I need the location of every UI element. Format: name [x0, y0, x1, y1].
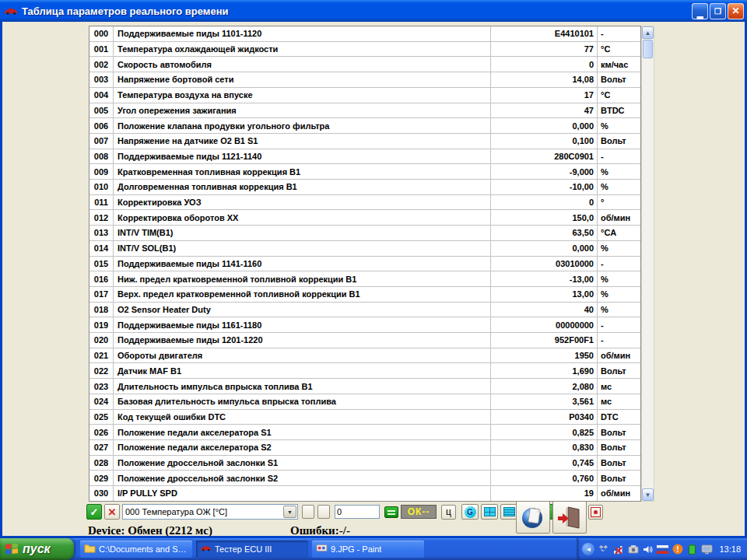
table-row[interactable]: 012Корректировка оборотов ХХ150,0об/мин: [89, 210, 640, 226]
table-row[interactable]: 007Напряжение на датчике O2 B1 S10,100Во…: [89, 134, 640, 149]
table-row[interactable]: 029Положение дроссельной заслонки S20,76…: [89, 471, 640, 486]
start-button[interactable]: пуск: [0, 538, 74, 560]
task-label: 9.JPG - Paint: [331, 544, 381, 554]
param-value-cell: 1,690: [490, 363, 597, 378]
minimize-button[interactable]: ▂: [692, 3, 708, 19]
param-id-cell: 029: [89, 471, 114, 485]
table-row[interactable]: 023Длительность импульса впрыска топлива…: [89, 379, 640, 394]
tray-chevron-icon[interactable]: ◄: [582, 543, 594, 555]
param-id-cell: 027: [89, 440, 114, 455]
table-row[interactable]: 005Угол опережения зажигания47BTDC: [89, 103, 640, 119]
param-id-cell: 002: [89, 57, 114, 72]
c-button[interactable]: ц: [441, 505, 456, 520]
table-row[interactable]: 030I/P PULLY SPD19об/мин: [89, 486, 640, 501]
param-value-cell: 0: [490, 57, 597, 72]
ecu-chip-icon[interactable]: [384, 506, 398, 518]
param-id-cell: 006: [89, 118, 114, 133]
cross-icon: ✕: [108, 506, 117, 518]
table-row[interactable]: 018O2 Sensor Heater Duty40%: [89, 303, 640, 318]
log-viewer-button[interactable]: [516, 501, 550, 534]
param-name-cell: INT/V TIM(B1): [114, 226, 490, 240]
param-id-cell: 028: [89, 456, 114, 471]
system-tray: ◄ ! 13:18: [577, 538, 747, 560]
value-input[interactable]: [335, 505, 380, 519]
table-row[interactable]: 022Датчик MAF B11,690Вольт: [89, 363, 640, 379]
graph-button[interactable]: G: [461, 504, 479, 520]
battery-icon[interactable]: [686, 544, 698, 555]
dropbox-icon[interactable]: [598, 544, 609, 555]
network-disabled-icon[interactable]: [612, 544, 624, 555]
param-id-cell: 005: [89, 103, 114, 118]
table-row[interactable]: 001Температура охлаждающей жидкости77°C: [89, 42, 640, 58]
scroll-down-arrow-icon[interactable]: ▼: [642, 488, 654, 501]
cancel-button[interactable]: ✕: [104, 504, 120, 520]
table-row[interactable]: 019Поддерживаемые пиды 1161-118000000000…: [89, 317, 640, 333]
title-bar[interactable]: Таблица параметров реального времени ▂ ❐…: [0, 0, 747, 22]
taskbar-task[interactable]: Тестер ECU III: [196, 541, 308, 558]
taskbar-task[interactable]: C:\Documents and Se...: [80, 541, 192, 558]
scrollbar-thumb[interactable]: [643, 40, 653, 58]
table-row[interactable]: 004Температура воздуха на впуске17°C: [89, 88, 640, 103]
param-unit-cell: Вольт: [597, 72, 640, 87]
table-row[interactable]: 028Положение дроссельной заслонки S10,74…: [89, 456, 640, 471]
scroll-up-arrow-icon[interactable]: ▲: [642, 26, 654, 39]
param-unit-cell: °: [597, 195, 640, 210]
record-button[interactable]: [588, 505, 603, 520]
param-name-cell: Поддерживаемые пиды 1121-1140: [114, 149, 490, 164]
table-row[interactable]: 010Долговременная топливная коррекция B1…: [89, 180, 640, 195]
car-icon: [200, 542, 212, 556]
param-name-cell: Корректировка УОЗ: [114, 195, 490, 210]
list-view-button[interactable]: [500, 504, 517, 520]
table-row[interactable]: 024Базовая длительность импульса впрыска…: [89, 394, 640, 410]
globe-document-icon: [520, 504, 546, 530]
volume-icon[interactable]: [642, 544, 654, 555]
restore-button[interactable]: ❐: [710, 3, 726, 19]
device-camera-icon[interactable]: [627, 544, 639, 555]
param-name-cell: Корректировка оборотов ХХ: [114, 210, 490, 225]
param-unit-cell: %: [597, 164, 640, 179]
table-row[interactable]: 006Положение клапана продувки угольного …: [89, 118, 640, 134]
taskbar-tasks: C:\Documents and Se...Тестер ECU III9.JP…: [74, 541, 577, 558]
blank-button-2[interactable]: [317, 505, 330, 519]
display-monitor-icon[interactable]: [701, 544, 713, 555]
table-row[interactable]: 002Скорость автомобиля0км/час: [89, 57, 640, 72]
taskbar-task[interactable]: 9.JPG - Paint: [312, 541, 424, 558]
chevron-down-icon[interactable]: ▼: [283, 506, 296, 518]
param-value-cell: 952F00F1: [490, 333, 597, 348]
param-value-cell: 03010000: [490, 257, 597, 271]
table-row[interactable]: 008Поддерживаемые пиды 1121-1140280C0901…: [89, 149, 640, 165]
param-id-cell: 001: [89, 42, 114, 57]
parameter-select[interactable]: 000 Температура ОЖ [°C] ▼: [122, 504, 298, 520]
param-name-cell: Поддерживаемые пиды 1101-1120: [114, 26, 490, 41]
exit-button[interactable]: [552, 501, 587, 534]
param-name-cell: Датчик MAF B1: [114, 363, 490, 378]
table-row[interactable]: 013INT/V TIM(B1)63,50°CA: [89, 226, 640, 241]
table-row[interactable]: 026Положение педали акселератора S10,825…: [89, 425, 640, 440]
alert-icon[interactable]: !: [672, 544, 683, 555]
language-flag-ru-icon[interactable]: [657, 544, 668, 555]
param-id-cell: 003: [89, 72, 114, 87]
table-row[interactable]: 009Кратковременная топливная коррекция B…: [89, 164, 640, 180]
split-view-button[interactable]: [481, 504, 498, 520]
table-row[interactable]: 003Напряжение бортовой сети14,08Вольт: [89, 72, 640, 88]
blank-button-1[interactable]: [302, 505, 314, 519]
table-row[interactable]: 000Поддерживаемые пиды 1101-1120E4410101…: [89, 26, 640, 42]
table-row[interactable]: 021Обороты двигателя1950об/мин: [89, 348, 640, 364]
confirm-button[interactable]: ✓: [86, 504, 102, 520]
table-scrollbar[interactable]: ▲ ▼: [641, 26, 654, 502]
table-row[interactable]: 015Поддерживаемые пиды 1141-116003010000…: [89, 257, 640, 272]
table-row[interactable]: 027Положение педали акселератора S20,830…: [89, 440, 640, 456]
param-value-cell: 0,000: [490, 241, 597, 256]
close-button[interactable]: ✕: [728, 3, 744, 19]
table-row[interactable]: 014INT/V SOL(B1)0,000%: [89, 241, 640, 257]
parameter-table: 000Поддерживаемые пиды 1101-1120E4410101…: [89, 26, 641, 502]
table-row[interactable]: 017Верх. предел кратковременной топливно…: [89, 287, 640, 303]
table-row[interactable]: 020Поддерживаемые пиды 1201-1220952F00F1…: [89, 333, 640, 348]
table-row[interactable]: 016Ниж. предел кратковременной топливной…: [89, 271, 640, 287]
table-row[interactable]: 025Код текущей ошибки DTCP0340DTC: [89, 410, 640, 425]
folder-icon: [84, 542, 96, 556]
param-name-cell: Напряжение на датчике O2 B1 S1: [114, 134, 490, 149]
table-row[interactable]: 011Корректировка УОЗ0°: [89, 195, 640, 211]
param-unit-cell: Вольт: [597, 471, 640, 485]
param-name-cell: Положение педали акселератора S2: [114, 440, 490, 455]
